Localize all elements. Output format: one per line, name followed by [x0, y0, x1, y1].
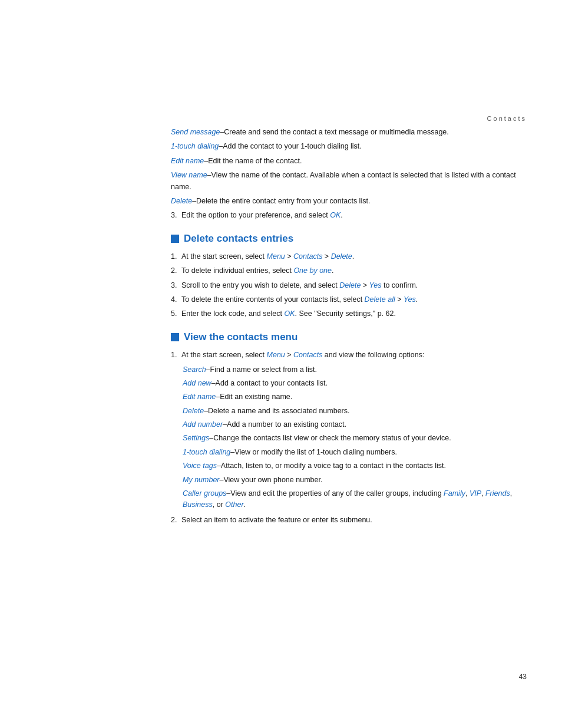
send-message-label: Send message: [171, 128, 220, 136]
chapter-title: Contacts: [487, 115, 527, 122]
delete-step-2: 2. To delete individual entries, select …: [171, 265, 527, 276]
page: Contacts Send message–Create and send th…: [0, 0, 562, 728]
add-number-menu-item: Add number–Add a number to an existing c…: [183, 419, 527, 430]
delete-section-items: 1. At the start screen, select Menu > Co…: [171, 251, 527, 320]
view-section-items: 1. At the start screen, select Menu > Co…: [171, 350, 527, 526]
view-name-item: View name–View the name of the contact. …: [171, 170, 527, 193]
voice-tags-menu-item: Voice tags–Attach, listen to, or modify …: [183, 460, 527, 472]
delete-step-1: 1. At the start screen, select Menu > Co…: [171, 251, 527, 262]
step-num-3: 3.: [171, 210, 181, 221]
delete-section-heading: Delete contacts entries: [171, 231, 527, 246]
my-number-menu-item: My number–View your own phone number.: [183, 475, 527, 486]
one-touch-dialing-item: 1-touch dialing–Add the contact to your …: [171, 141, 527, 152]
view-section-heading: View the contacts menu: [171, 330, 527, 345]
delete-label: Delete: [171, 197, 192, 205]
delete-section-title: Delete contacts entries: [184, 231, 293, 246]
view-section-icon: [171, 333, 179, 341]
caller-groups-menu-item: Caller groups–View and edit the properti…: [183, 488, 527, 511]
view-name-label: View name: [171, 171, 207, 179]
edit-name-text: Edit the name of the contact.: [208, 157, 302, 165]
delete-text: Delete the entire contact entry from you…: [196, 197, 370, 205]
edit-option-text: Edit the option to your preference, and …: [181, 210, 527, 221]
view-step-2-text: Select an item to activate the feature o…: [181, 515, 527, 526]
send-message-text: Create and send the contact a text messa…: [224, 128, 448, 136]
delete-step-4: 4. To delete the entire contents of your…: [171, 294, 527, 305]
delete-item: Delete–Delete the entire contact entry f…: [171, 196, 527, 207]
delete-step-5: 5. Enter the lock code, and select OK. S…: [171, 308, 527, 319]
one-touch-label: 1-touch dialing: [171, 142, 219, 150]
chapter-header: Contacts: [487, 115, 527, 122]
settings-menu-item: Settings–Change the contacts list view o…: [183, 433, 527, 444]
add-new-menu-item: Add new–Add a contact to your contacts l…: [183, 378, 527, 389]
edit-option-item: 3. Edit the option to your preference, a…: [171, 210, 527, 221]
one-touch-text: Add the contact to your 1-touch dialing …: [223, 142, 362, 150]
one-touch-dialing-menu-item: 1-touch dialing–View or modify the list …: [183, 447, 527, 458]
delete-step-3: 3. Scroll to the entry you wish to delet…: [171, 280, 527, 291]
page-number: 43: [519, 673, 527, 681]
view-section-title: View the contacts menu: [184, 330, 297, 345]
edit-name-label: Edit name: [171, 157, 204, 165]
delete-menu-item: Delete–Delete a name and its associated …: [183, 406, 527, 417]
ok-link: OK: [330, 211, 340, 219]
search-menu-item: Search–Find a name or select from a list…: [183, 364, 527, 375]
send-message-item: Send message–Create and send the contact…: [171, 127, 527, 138]
edit-name-item: Edit name–Edit the name of the contact.: [171, 156, 527, 167]
delete-section-icon: [171, 235, 179, 243]
view-step-2: 2. Select an item to activate the featur…: [171, 515, 527, 526]
intro-items: Send message–Create and send the contact…: [171, 127, 527, 222]
main-content: Send message–Create and send the contact…: [171, 127, 527, 529]
edit-name-menu-item: Edit name–Edit an existing name.: [183, 391, 527, 403]
view-step-1: 1. At the start screen, select Menu > Co…: [171, 350, 527, 361]
view-name-text: View the name of the contact. Available …: [171, 171, 516, 190]
